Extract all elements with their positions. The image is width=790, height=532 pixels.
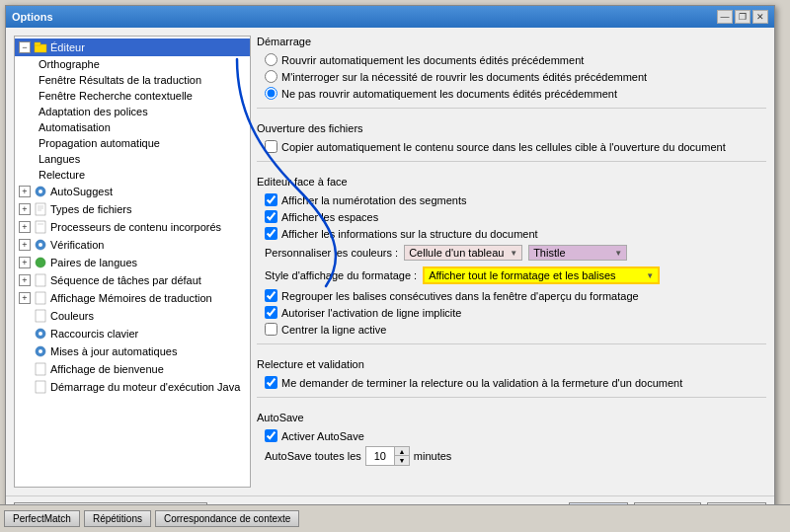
tree-label-processeurs: Processeurs de contenu incorporés	[50, 221, 221, 233]
globe-icon-mises-a-jour	[34, 344, 47, 358]
tree-item-propagation[interactable]: Propagation automatique	[15, 135, 250, 151]
spinner-up-button[interactable]: ▲	[395, 447, 409, 456]
tree-item-fenetre-recherche[interactable]: Fenêtre Recherche contextuelle	[15, 88, 250, 104]
color2-arrow-icon: ▼	[614, 249, 622, 258]
gear-icon-autosuggest	[34, 185, 47, 198]
style-dropdown[interactable]: Afficher tout le formatage et les balise…	[423, 266, 660, 284]
tree-expand-verification[interactable]: +	[19, 239, 31, 251]
color2-label: Thistle	[533, 247, 565, 259]
tree-label-types-fichiers: Types de fichiers	[50, 203, 132, 215]
tree-expand-sequence[interactable]: +	[19, 274, 31, 286]
right-panel: Démarrage Rouvrir automatiquement les do…	[257, 36, 766, 488]
style-affichage-row: Style d'affichage du formatage : Affiche…	[257, 266, 766, 284]
color1-label: Cellule d'un tableau	[409, 247, 504, 259]
autosave-spinner[interactable]: ▲ ▼	[365, 446, 410, 466]
tree-item-mises-a-jour[interactable]: Mises à jour automatiques	[15, 342, 250, 360]
radio-interroger[interactable]	[265, 70, 277, 83]
tree-label-paires-langues: Paires de langues	[50, 257, 137, 268]
tree-label-relecture: Relecture	[39, 169, 85, 181]
tree-item-affichage-memoires[interactable]: + Affichage Mémoires de traduction	[15, 289, 250, 307]
tree-item-paires-langues[interactable]: + Paires de langues	[15, 254, 250, 271]
svg-point-19	[39, 349, 42, 353]
checkbox-activation-ligne[interactable]	[265, 306, 277, 319]
taskbar: PerfectMatch Répétitions Correspondance …	[0, 504, 790, 532]
color2-dropdown[interactable]: Thistle ▼	[528, 245, 627, 261]
color1-arrow-icon: ▼	[510, 249, 517, 258]
dialog-content: − Éditeur Orthographe Fenêtre Résultats …	[6, 28, 774, 528]
tree-item-relecture[interactable]: Relecture	[15, 167, 250, 183]
tree-expand-paires[interactable]: +	[19, 257, 31, 268]
tree-item-sequence-taches[interactable]: + Séquence de tâches par défaut	[15, 271, 250, 289]
checkbox-centrer-ligne[interactable]	[265, 323, 277, 336]
radio-label-2: M'interroger sur la nécessité de rouvrir…	[281, 71, 647, 83]
checkbox-espaces[interactable]	[265, 210, 277, 223]
tree-item-raccourcis[interactable]: Raccourcis clavier	[15, 325, 250, 342]
autosave-value[interactable]	[366, 447, 394, 465]
close-button[interactable]: ✕	[752, 10, 768, 24]
sep3	[257, 343, 766, 344]
svg-rect-4	[36, 203, 45, 215]
tree-item-verification[interactable]: + Vérification	[15, 236, 250, 254]
tree-item-automatisation[interactable]: Automatisation	[15, 119, 250, 135]
checkbox-row-c5: Regrouper les balises consécutives dans …	[257, 289, 766, 302]
section-demarrage: Démarrage	[257, 36, 766, 47]
tree-expand-autosuggest[interactable]: +	[19, 186, 31, 197]
svg-point-17	[39, 332, 42, 336]
minimize-button[interactable]: —	[717, 10, 733, 24]
title-bar: Options — ❐ ✕	[6, 6, 774, 28]
checkbox-demander-relecture[interactable]	[265, 376, 277, 389]
style-value: Afficher tout le formatage et les balise…	[429, 269, 615, 281]
gear-icon-raccourcis	[34, 327, 47, 341]
radio-reopen-auto[interactable]	[265, 53, 277, 66]
tree-expand-types[interactable]: +	[19, 203, 31, 215]
svg-rect-13	[36, 274, 45, 286]
page-icon-bienvenue	[34, 362, 47, 376]
section-editeur-face: Editeur face à face	[257, 176, 766, 188]
checkbox-numerotation[interactable]	[265, 193, 277, 206]
tree-item-affichage-bienvenue[interactable]: Affichage de bienvenue	[15, 360, 250, 378]
section-ouverture: Ouverture des fichiers	[257, 122, 766, 134]
checkbox-regrouper-balises[interactable]	[265, 289, 277, 302]
tree-label-raccourcis: Raccourcis clavier	[50, 328, 138, 340]
tree-item-couleurs[interactable]: Couleurs	[15, 307, 250, 325]
tree-expand-memoires[interactable]: +	[19, 292, 31, 304]
checkbox-activer-autosave[interactable]	[265, 429, 277, 442]
checkbox-label-c2: Afficher la numérotation des segments	[281, 194, 467, 206]
page-icon-sequence	[34, 273, 47, 287]
radio-label-1: Rouvrir automatiquement les documents éd…	[281, 54, 584, 66]
tree-item-editeur[interactable]: − Éditeur	[15, 38, 250, 56]
taskbar-item-correspondance[interactable]: Correspondance de contexte	[155, 510, 299, 527]
gear-icon-verification	[34, 238, 47, 252]
tree-item-processeurs[interactable]: + Processeurs de contenu incorporés	[15, 218, 250, 236]
tree-item-fenetre-traduction[interactable]: Fenêtre Résultats de la traduction	[15, 72, 250, 88]
tree-item-adaptation-polices[interactable]: Adaptation des polices	[15, 104, 250, 119]
checkbox-label-c8: Me demander de terminer la relecture ou …	[281, 377, 682, 389]
radio-no-reopen[interactable]	[265, 87, 277, 100]
restore-button[interactable]: ❐	[735, 10, 750, 24]
tree-label-langues: Langues	[39, 153, 80, 165]
page-icon-types	[34, 202, 47, 216]
tree-item-orthographe[interactable]: Orthographe	[15, 56, 250, 72]
svg-rect-14	[36, 292, 45, 304]
tree-item-langues[interactable]: Langues	[15, 151, 250, 167]
tree-expand-processeurs[interactable]: +	[19, 221, 31, 233]
radio-row-3: Ne pas rouvrir automatiquement les docum…	[257, 87, 766, 100]
taskbar-item-perfectmatch[interactable]: PerfectMatch	[4, 510, 80, 527]
checkbox-structure-doc[interactable]	[265, 227, 277, 240]
tree-item-autosuggest[interactable]: + AutoSuggest	[15, 183, 250, 200]
tree-item-demarrage-java[interactable]: Démarrage du moteur d'exécution Java	[15, 378, 250, 396]
spinner-down-button[interactable]: ▼	[395, 456, 409, 465]
tree-label-editeur: Éditeur	[50, 41, 85, 53]
section-relecture: Relecture et validation	[257, 358, 766, 370]
color1-dropdown[interactable]: Cellule d'un tableau ▼	[404, 245, 522, 261]
tree-expand-editeur[interactable]: −	[19, 41, 31, 53]
tree-label-adaptation-polices: Adaptation des polices	[39, 106, 148, 117]
checkbox-row-c4: Afficher les informations sur la structu…	[257, 227, 766, 240]
checkbox-label-c1: Copier automatiquement le contenu source…	[281, 141, 726, 153]
taskbar-item-repetitions[interactable]: Répétitions	[84, 510, 151, 527]
tree-panel: − Éditeur Orthographe Fenêtre Résultats …	[14, 36, 251, 488]
svg-rect-21	[36, 381, 45, 393]
page-icon-processeurs	[34, 220, 47, 234]
checkbox-copier-contenu[interactable]	[265, 140, 277, 153]
tree-item-types-fichiers[interactable]: + Types de fichiers	[15, 200, 250, 218]
